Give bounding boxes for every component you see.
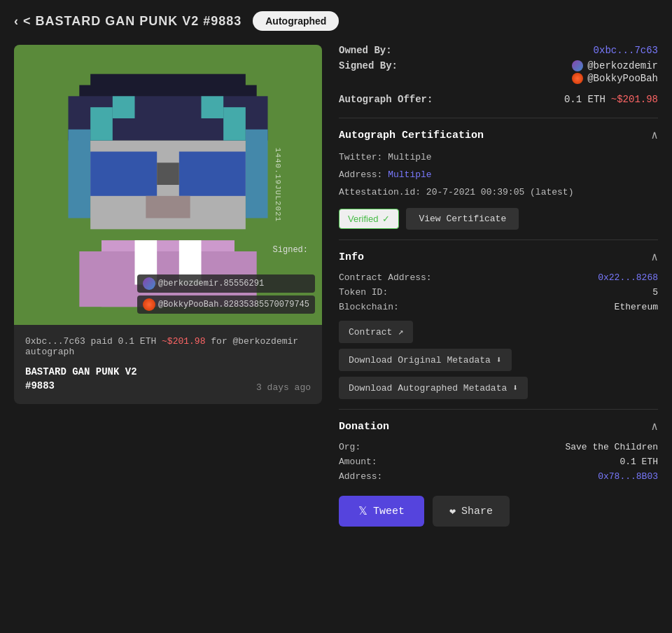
payment-usd: ~$201.98: [162, 336, 205, 347]
cert-address-label: Address:: [339, 169, 388, 180]
svg-rect-16: [223, 107, 246, 141]
nft-footer: 0xbc...7c63 paid 0.1 ETH ~$201.98 for @b…: [14, 325, 322, 404]
page-title: < BASTARD GAN PUNK V2 #9883: [23, 14, 241, 29]
signed-by-name-1: @berkozdemir: [587, 60, 658, 71]
blockchain-value: Ethereum: [615, 302, 658, 312]
amount-field: Amount: 0.1 ETH: [339, 457, 658, 467]
nft-time: 3 days ago: [256, 382, 311, 393]
cert-twitter-value: Multiple: [388, 152, 431, 162]
signer1-tag: @berkozdemir.85556291: [137, 274, 315, 293]
donation-section-header[interactable]: Donation ∧: [339, 419, 658, 433]
svg-rect-8: [179, 152, 246, 196]
payment-text: 0xbc...7c63 paid 0.1 ETH ~$201.98 for @b…: [25, 336, 311, 357]
contract-label: Contract: [349, 327, 392, 338]
cert-attestation: Attestation.id: 20-7-2021 00:39:05 (late…: [339, 186, 658, 200]
owned-by-value[interactable]: 0xbc...7c63: [594, 45, 658, 56]
autograph-offer-eth: 0.1 ETH: [564, 94, 606, 105]
signer1-name: @berkozdemir.85556291: [158, 279, 264, 288]
svg-rect-18: [202, 96, 224, 118]
cert-section-header[interactable]: Autograph Certification ∧: [339, 128, 658, 142]
autograph-offer-value: 0.1 ETH ~$201.98: [564, 94, 658, 105]
download-original-button[interactable]: Download Original Metadata ⬇: [339, 349, 512, 371]
token-id-field: Token ID: 5: [339, 287, 658, 298]
signed-label: Signed:: [273, 245, 308, 255]
main-content: 1440.19JUL2021 Signed: @berkozdemir.8555…: [14, 45, 658, 527]
svg-rect-7: [90, 152, 157, 196]
org-value: Save the Children: [565, 442, 658, 452]
signed-by-item-1: @berkozdemir: [572, 60, 658, 71]
tweet-button[interactable]: 𝕏 Tweet: [339, 496, 424, 527]
svg-rect-9: [157, 162, 179, 185]
blockchain-field: Blockchain: Ethereum: [339, 302, 658, 312]
cert-attestation-label: Attestation.id:: [339, 187, 426, 197]
cert-title: Autograph Certification: [339, 130, 484, 141]
view-certificate-button[interactable]: View Certificate: [406, 208, 519, 230]
cert-actions: Verified ✓ View Certificate: [339, 208, 658, 230]
verified-label: Verified: [348, 214, 378, 224]
info-title: Info: [339, 251, 364, 263]
share-label: Share: [461, 506, 493, 517]
cert-section: Autograph Certification ∧ Twitter: Multi…: [339, 118, 658, 230]
svg-rect-15: [90, 107, 113, 141]
svg-rect-5: [246, 130, 268, 218]
cert-address: Address: Multiple: [339, 168, 658, 183]
download-icon-2: ⬇: [512, 382, 518, 394]
contract-address-value[interactable]: 0x22...8268: [598, 272, 658, 283]
autograph-offer-label: Autograph Offer:: [339, 94, 433, 105]
download-icon-1: ⬇: [496, 354, 502, 366]
cert-attestation-value: 20-7-2021 00:39:05 (latest): [426, 187, 574, 197]
autograph-offer-section: Autograph Offer: 0.1 ETH ~$201.98: [339, 94, 658, 105]
owned-by-row: Owned By: 0xbc...7c63: [339, 45, 658, 56]
share-icon: ❤: [449, 505, 456, 518]
share-button[interactable]: ❤ Share: [433, 496, 510, 527]
signed-by-avatar-1: [572, 60, 583, 71]
donation-section: Donation ∧ Org: Save the Children Amount…: [339, 409, 658, 482]
verified-button[interactable]: Verified ✓: [339, 209, 399, 229]
cert-address-value: Multiple: [388, 169, 431, 180]
payment-prefix: 0xbc...7c63 paid 0.1 ETH: [25, 336, 156, 347]
cert-chevron-icon: ∧: [651, 128, 658, 142]
signed-by-label: Signed By:: [339, 60, 398, 71]
donation-address-value[interactable]: 0x78...8B03: [598, 471, 658, 482]
signed-by-row: Signed By: @berkozdemir @BokkyPooBah: [339, 60, 658, 84]
download-autographed-button[interactable]: Download Autographed Metadata ⬇: [339, 377, 528, 399]
owned-by-label: Owned By:: [339, 45, 392, 56]
info-section-header[interactable]: Info ∧: [339, 250, 658, 264]
contract-address-field: Contract Address: 0x22...8268: [339, 272, 658, 283]
signed-by-avatar-2: [572, 73, 583, 84]
cert-twitter: Twitter: Multiple: [339, 151, 658, 165]
download-autographed-label: Download Autographed Metadata: [349, 383, 507, 394]
org-label: Org:: [339, 442, 360, 452]
token-id-label: Token ID:: [339, 287, 388, 298]
signed-by-name-2: @BokkyPooBah: [587, 73, 658, 84]
contract-address-label: Contract Address:: [339, 272, 432, 283]
signed-by-item-2: @BokkyPooBah: [572, 73, 658, 84]
svg-rect-4: [69, 130, 91, 218]
amount-label: Amount:: [339, 457, 377, 467]
nft-card: 1440.19JUL2021 Signed: @berkozdemir.8555…: [14, 45, 322, 404]
back-button[interactable]: ‹ < BASTARD GAN PUNK V2 #9883: [14, 14, 241, 29]
info-chevron-icon: ∧: [651, 250, 658, 264]
contract-button[interactable]: Contract ↗: [339, 321, 413, 343]
nft-name-row: BASTARD GAN PUNK V2#9883 3 days ago: [25, 366, 311, 393]
svg-rect-17: [113, 96, 135, 118]
signer2-tag: @BokkyPooBah.82835385570079745: [137, 295, 315, 314]
org-field: Org: Save the Children: [339, 442, 658, 452]
nft-image-container: 1440.19JUL2021 Signed: @berkozdemir.8555…: [14, 45, 322, 325]
blockchain-label: Blockchain:: [339, 302, 399, 312]
autograph-offer-usd: ~$201.98: [611, 94, 658, 105]
twitter-icon: 𝕏: [358, 504, 368, 518]
donation-title: Donation: [339, 421, 389, 433]
info-section: Info ∧ Contract Address: 0x22...8268 Tok…: [339, 239, 658, 399]
action-buttons: Contract ↗ Download Original Metadata ⬇ …: [339, 321, 658, 399]
signer1-avatar: [143, 277, 155, 290]
left-panel: 1440.19JUL2021 Signed: @berkozdemir.8555…: [14, 45, 322, 527]
back-icon: ‹: [14, 14, 19, 29]
signed-section: Signed: @berkozdemir.85556291 @BokkyPooB…: [137, 272, 315, 314]
page-header: ‹ < BASTARD GAN PUNK V2 #9883 Autographe…: [14, 11, 658, 31]
signed-by-values: @berkozdemir @BokkyPooBah: [572, 60, 658, 84]
autographed-badge[interactable]: Autographed: [253, 11, 339, 31]
nft-name: BASTARD GAN PUNK V2#9883: [25, 366, 137, 393]
token-id-value: 5: [652, 287, 658, 298]
verified-check-icon: ✓: [382, 214, 390, 224]
